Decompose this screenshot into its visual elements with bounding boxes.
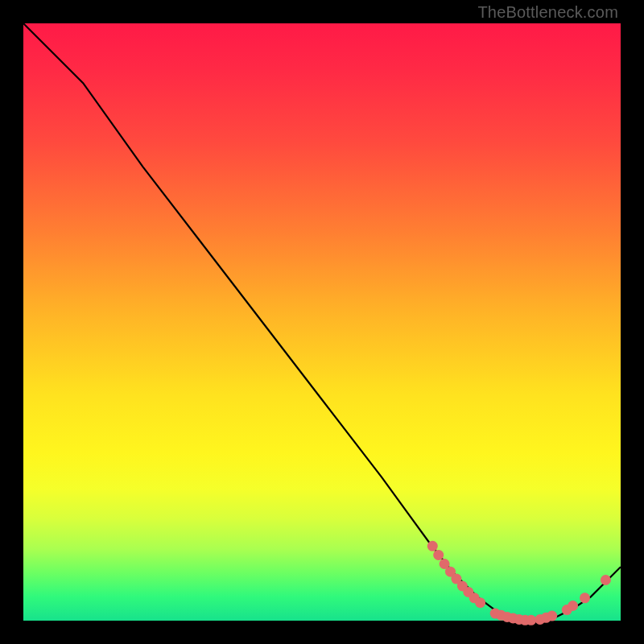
curve-line [23,23,621,621]
curve-dot [433,550,444,560]
plot-area [23,23,621,621]
curve-dot [427,541,438,551]
curve-dot [475,597,485,608]
curve-dot [580,592,590,603]
chart-frame: TheBottleneck.com [0,0,644,644]
curve-dot [568,601,578,611]
curve-dot [601,575,611,585]
curve-dot [547,611,557,621]
watermark-text: TheBottleneck.com [477,3,618,22]
curve-dots [427,541,611,625]
curve-dot [526,615,536,625]
bottleneck-curve [23,23,621,621]
